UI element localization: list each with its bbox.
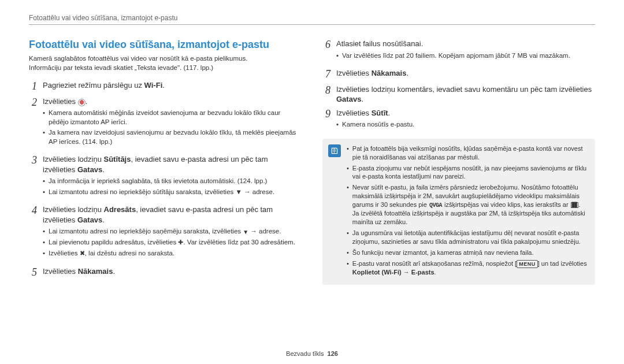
video-ratio-icon: █▉: [571, 202, 579, 208]
step7-bold-next: Nākamais: [372, 69, 407, 77]
page-header: Fotoattēlu vai video sūtīšana, izmantojo…: [29, 14, 595, 25]
step-body: Izvēlieties Nākamais.: [43, 266, 302, 279]
bullet-text: Ja kamera nav izveidojusi savienojumu ar…: [49, 128, 302, 146]
step-3: 3 Izvēlieties lodziņu Sūtītājs, ievadiet…: [29, 154, 302, 201]
step8-bold-done: Gatavs: [336, 95, 361, 103]
step4-bullets: Lai izmantotu adresi no iepriekšējo saņē…: [43, 227, 302, 258]
step5-text-a: Izvēlieties: [43, 267, 78, 276]
step-body: Izvēlieties lodziņu komentārs, ievadiet …: [336, 84, 595, 105]
step-2: 2 Izvēlieties . Kamera automātiski mēģin…: [29, 96, 302, 151]
bullet-text: Lai pievienotu papildu adresātus, izvēli…: [49, 238, 295, 247]
down-arrow-icon: [243, 228, 248, 237]
step9-text-a: Izvēlieties: [336, 109, 372, 117]
bullet-text: Lai izmantotu adresi no iepriekšējo sūtī…: [49, 188, 274, 197]
step3-bold-done: Gatavs: [77, 165, 102, 174]
step-1: 1 Pagrieziet režīmu pārslēgu uz Wi-Fi.: [29, 80, 302, 93]
step-body: Izvēlieties lodziņu Sūtītājs, ievadiet s…: [43, 154, 302, 201]
qvga-label: QVGA: [429, 202, 443, 209]
step6-bullets: Var izvēlēties līdz pat 20 failiem. Kopē…: [336, 51, 595, 61]
step-body: Izvēlieties Sūtīt. Kamera nosūtīs e-past…: [336, 108, 595, 134]
bullet-text: Ja informācija ir iepriekš saglabāta, tā…: [49, 177, 267, 186]
step4-text-a: Izvēlieties lodziņu: [43, 205, 104, 214]
step-number: 4: [29, 205, 37, 262]
step6-text: Atlasiet failus nosūtīšanai.: [336, 39, 423, 48]
bullet-text: Lai izmantotu adresi no iepriekšējo saņē…: [49, 227, 281, 236]
step-number: 2: [29, 96, 37, 151]
footer-section: Bezvadu tīkls: [286, 350, 324, 357]
step-body: Izvēlieties . Kamera automātiski mēģinās…: [43, 96, 302, 151]
note-list: Pat ja fotoattēls bija veiksmīgi nosūtīt…: [347, 144, 588, 279]
step8-text-a: Izvēlieties lodziņu komentārs, ievadiet …: [336, 85, 592, 94]
email-app-icon: [78, 99, 86, 106]
intro-line-1: Kamerā saglabātos fotoattēlus vai video …: [29, 55, 247, 62]
step5-bold-next: Nākamais: [78, 267, 113, 276]
note-text: Pat ja fotoattēls bija veiksmīgi nosūtīt…: [352, 144, 588, 162]
right-column: 6 Atlasiet failus nosūtīšanai. Var izvēl…: [322, 39, 595, 285]
step-number: 3: [29, 154, 37, 201]
step-number: 8: [322, 84, 330, 105]
step-number: 1: [29, 80, 37, 93]
note-box: Pat ja fotoattēls bija veiksmīgi nosūtīt…: [322, 139, 595, 285]
section-title: Fotoattēlu vai video sūtīšana, izmantojo…: [29, 39, 302, 51]
left-column: Fotoattēlu vai video sūtīšana, izmantojo…: [29, 39, 302, 285]
step9-bullets: Kamera nosūtīs e-pastu.: [336, 120, 595, 129]
step2-bullets: Kamera automātiski mēģinās izveidot savi…: [43, 109, 302, 146]
step-9: 9 Izvēlieties Sūtīt. Kamera nosūtīs e-pa…: [322, 108, 595, 134]
step3-bold-sender: Sūtītājs: [104, 155, 131, 164]
step-number: 9: [322, 108, 330, 134]
step1-text: Pagrieziet režīmu pārslēgu uz: [43, 81, 144, 90]
menu-icon: MENU: [517, 260, 538, 268]
step4-bold-recipient: Adresāts: [104, 205, 136, 214]
page-number: 126: [328, 350, 338, 357]
cross-icon: [80, 249, 85, 258]
step-6: 6 Atlasiet failus nosūtīšanai. Var izvēl…: [322, 39, 595, 65]
bullet-text: Izvēlieties , lai dzēstu adresi no sarak…: [49, 249, 174, 258]
step-5: 5 Izvēlieties Nākamais.: [29, 266, 302, 279]
step3-bullets: Ja informācija ir iepriekš saglabāta, tā…: [43, 177, 302, 196]
step-body: Atlasiet failus nosūtīšanai. Var izvēlēt…: [336, 39, 595, 65]
step4-bold-done: Gatavs: [77, 216, 102, 224]
intro-text: Kamerā saglabātos fotoattēlus vai video …: [29, 54, 302, 72]
bullet-text: Var izvēlēties līdz pat 20 failiem. Kopē…: [342, 51, 570, 61]
step-8: 8 Izvēlieties lodziņu komentārs, ievadie…: [322, 84, 595, 105]
note-text: E-pasta ziņojumu var nebūt iespējams nos…: [352, 164, 588, 181]
bullet-text: Kamera automātiski mēģinās izveidot savi…: [49, 109, 302, 127]
step-body: Izvēlieties Nākamais.: [336, 68, 595, 81]
step3-text-a: Izvēlieties lodziņu: [43, 155, 104, 164]
step-body: Pagrieziet režīmu pārslēgu uz Wi-Fi.: [43, 80, 302, 93]
note-text: Ja ugunsmūra vai lietotāja autentifikāci…: [352, 229, 588, 246]
step-number: 7: [322, 68, 330, 81]
step-number: 6: [322, 39, 330, 65]
step9-bold-send: Sūtīt: [372, 109, 388, 117]
bullet-text: Kamera nosūtīs e-pastu.: [342, 120, 414, 129]
note-text: E-pastu varat nosūtīt arī atskaņošanas r…: [352, 259, 588, 277]
step-7: 7 Izvēlieties Nākamais.: [322, 68, 595, 81]
note-icon: [328, 144, 341, 157]
wifi-label: Wi-Fi: [144, 81, 163, 90]
header-text: Fotoattēlu vai video sūtīšana, izmantojo…: [29, 14, 177, 22]
step7-text-a: Izvēlieties: [336, 69, 372, 77]
note-text: Šo funkciju nevar izmantot, ja kameras a…: [352, 248, 534, 257]
page-footer: Bezvadu tīkls 126: [0, 350, 624, 357]
step-body: Izvēlieties lodziņu Adresāts, ievadiet s…: [43, 205, 302, 262]
intro-line-2: Informāciju par teksta ievadi skatiet „T…: [29, 64, 213, 71]
note-text: Nevar sūtīt e-pastu, ja faila izmērs pār…: [352, 183, 588, 226]
step-4: 4 Izvēlieties lodziņu Adresāts, ievadiet…: [29, 205, 302, 262]
step2-text: Izvēlieties: [43, 97, 78, 106]
step-number: 5: [29, 266, 37, 279]
